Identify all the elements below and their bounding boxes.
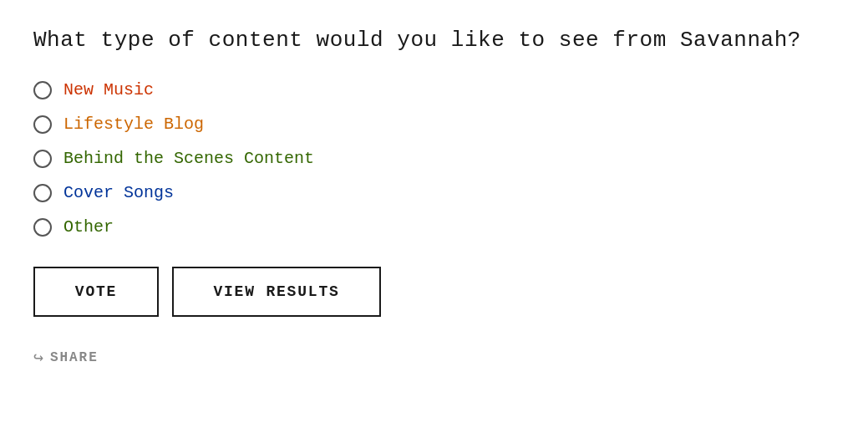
poll-option-cover-songs[interactable]: Cover Songs bbox=[33, 183, 835, 202]
option-label-new-music: New Music bbox=[63, 80, 154, 99]
poll-buttons: VOTE VIEW RESULTS bbox=[33, 267, 835, 317]
poll-question: What type of content would you like to s… bbox=[33, 25, 835, 55]
poll-option-behind-scenes[interactable]: Behind the Scenes Content bbox=[33, 149, 835, 168]
poll-options: New Music Lifestyle Blog Behind the Scen… bbox=[33, 80, 835, 237]
share-icon: ↪ bbox=[33, 347, 43, 368]
radio-other[interactable] bbox=[33, 218, 52, 237]
option-label-cover-songs: Cover Songs bbox=[63, 183, 174, 202]
radio-cover-songs[interactable] bbox=[33, 184, 52, 202]
poll-option-new-music[interactable]: New Music bbox=[33, 80, 835, 99]
option-label-lifestyle: Lifestyle Blog bbox=[63, 115, 204, 134]
radio-lifestyle[interactable] bbox=[33, 115, 52, 134]
vote-button[interactable]: VOTE bbox=[33, 267, 159, 317]
radio-behind-scenes[interactable] bbox=[33, 150, 52, 168]
option-label-behind-scenes: Behind the Scenes Content bbox=[63, 149, 314, 168]
poll-container: What type of content would you like to s… bbox=[33, 25, 835, 368]
radio-new-music[interactable] bbox=[33, 81, 52, 99]
share-label: SHARE bbox=[50, 350, 99, 365]
option-label-other: Other bbox=[63, 217, 114, 237]
view-results-button[interactable]: VIEW RESULTS bbox=[172, 267, 381, 317]
poll-option-other[interactable]: Other bbox=[33, 217, 835, 237]
poll-option-lifestyle[interactable]: Lifestyle Blog bbox=[33, 115, 835, 134]
share-section[interactable]: ↪ SHARE bbox=[33, 347, 835, 368]
